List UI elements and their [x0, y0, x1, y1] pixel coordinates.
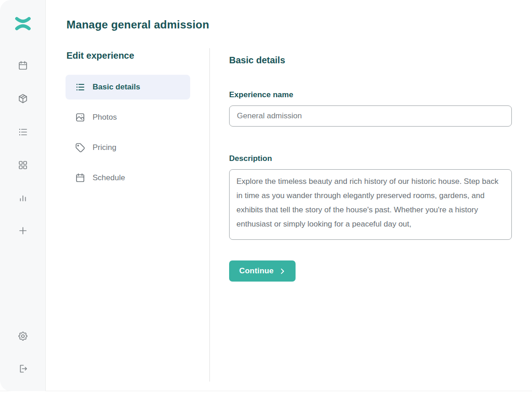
calendar-icon[interactable]	[17, 60, 28, 71]
grid-icon[interactable]	[17, 160, 28, 171]
settings-gear-icon[interactable]	[17, 331, 28, 342]
photo-icon	[75, 112, 86, 123]
package-icon[interactable]	[17, 93, 28, 104]
edit-experience-heading: Edit experience	[66, 50, 134, 61]
nav-item-label: Basic details	[93, 83, 140, 92]
section-heading: Basic details	[229, 55, 512, 66]
calendar-icon	[75, 172, 86, 183]
tag-icon	[75, 142, 86, 153]
list-icon[interactable]	[17, 127, 28, 138]
page-title: Manage general admission	[66, 18, 209, 31]
continue-button-label: Continue	[239, 266, 274, 276]
nav-item-label: Schedule	[93, 173, 125, 183]
plus-icon[interactable]	[17, 225, 28, 236]
list-icon	[75, 82, 86, 93]
nav-item-label: Pricing	[93, 143, 116, 152]
brand-x-logo-icon	[14, 16, 32, 32]
description-label: Description	[229, 154, 512, 163]
nav-item-schedule[interactable]: Schedule	[66, 166, 190, 190]
nav-item-photos[interactable]: Photos	[66, 105, 190, 130]
continue-button[interactable]: Continue	[229, 260, 296, 282]
nav-item-basic-details[interactable]: Basic details	[66, 75, 190, 100]
app-window: Manage general admission Edit experience…	[0, 0, 532, 391]
bar-chart-icon[interactable]	[17, 193, 28, 204]
nav-item-pricing[interactable]: Pricing	[66, 135, 190, 160]
description-textarea[interactable]: Explore the timeless beauty and rich his…	[229, 169, 512, 240]
logout-icon[interactable]	[17, 363, 28, 374]
icon-rail	[0, 0, 46, 391]
experience-name-label: Experience name	[229, 90, 512, 100]
edit-experience-nav: Basic details Photos Pricing	[66, 75, 190, 196]
chevron-right-icon	[279, 267, 286, 275]
experience-name-input[interactable]	[229, 105, 512, 127]
panel-divider	[209, 48, 210, 382]
nav-item-label: Photos	[93, 113, 117, 122]
basic-details-form: Basic details Experience name Descriptio…	[229, 55, 512, 282]
